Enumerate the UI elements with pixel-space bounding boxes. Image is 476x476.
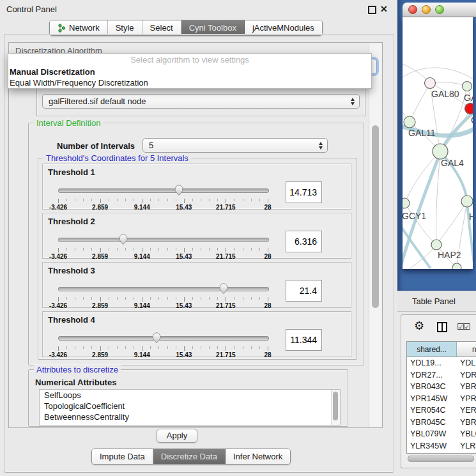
table-cell[interactable]: YDL1: [457, 358, 476, 367]
tab-infer-network[interactable]: Infer Network: [226, 449, 290, 464]
attribute-list-item[interactable]: SelfLoops: [40, 390, 340, 401]
node-gal4[interactable]: [433, 144, 448, 159]
table-cell[interactable]: YPR145W: [407, 394, 457, 403]
thin-edge[interactable]: [410, 83, 430, 122]
table-cell[interactable]: YLR3: [457, 441, 476, 450]
table-cell[interactable]: YBL0: [457, 429, 476, 438]
table-cell[interactable]: YDL19...: [407, 358, 457, 367]
list-scrollbar[interactable]: [331, 390, 340, 425]
float-window-icon[interactable]: [368, 6, 376, 14]
table-row[interactable]: YDR27...YDR2: [407, 369, 476, 381]
node-gal11[interactable]: [404, 116, 415, 128]
slider-thumb-icon[interactable]: [219, 282, 229, 295]
tick-mark: [268, 199, 268, 203]
threshold-value-field[interactable]: [286, 329, 322, 351]
tab-select[interactable]: Select: [142, 20, 181, 35]
tick-mark: [234, 297, 235, 300]
node-label: GCY1: [403, 211, 426, 221]
split-columns-icon[interactable]: [437, 322, 447, 332]
slider-track[interactable]: [58, 188, 269, 193]
tick-mark: [125, 346, 126, 349]
column-header-name[interactable]: name: [457, 342, 476, 357]
dropdown-option-equal-width[interactable]: Equal Width/Frequency Discretization: [8, 77, 371, 88]
table-cell[interactable]: YBR043C: [407, 382, 457, 391]
slider-thumb-icon[interactable]: [151, 332, 162, 344]
column-header-shared-name[interactable]: shared...: [407, 342, 457, 357]
threshold-slider[interactable]: -3.4262.8599.14415.4321.71528: [58, 233, 269, 257]
settings-scrollbar[interactable]: [369, 43, 381, 427]
slider-track[interactable]: [58, 287, 269, 291]
table-cell[interactable]: YDR2: [457, 371, 476, 380]
tick-mark: [134, 199, 134, 201]
tick-mark: [150, 199, 151, 201]
table-cell[interactable]: YBR0: [457, 418, 476, 427]
table-row[interactable]: YER054CYER0: [407, 404, 476, 417]
slider-track[interactable]: [58, 336, 269, 341]
node-h[interactable]: [461, 196, 473, 207]
tick-mark: [201, 346, 201, 349]
table-cell[interactable]: YBL079W: [407, 429, 457, 438]
attribute-list-item[interactable]: BetweennessCentrality: [40, 411, 340, 422]
node-hap2[interactable]: [431, 240, 441, 250]
node-gcy1[interactable]: [403, 198, 410, 208]
attribute-list-item[interactable]: TopologicalCoefficient: [40, 401, 340, 411]
gear-icon[interactable]: ⚙: [414, 319, 424, 332]
table-cell[interactable]: YBR0: [457, 382, 476, 391]
apply-button[interactable]: Apply: [157, 429, 197, 443]
scrollbar-thumb[interactable]: [408, 456, 474, 462]
threshold-value-field[interactable]: [286, 181, 322, 203]
threshold-slider[interactable]: -3.4262.8599.14415.4321.71528: [58, 282, 269, 306]
node-red[interactable]: [465, 104, 473, 114]
numerical-attributes-list[interactable]: SelfLoopsTopologicalCoefficientBetweenne…: [39, 389, 341, 426]
mac-minimize-button[interactable]: [422, 5, 431, 14]
node-gal80[interactable]: [425, 78, 436, 89]
slider-track[interactable]: [58, 238, 269, 242]
threshold-slider[interactable]: -3.4262.8599.14415.4321.71528: [58, 331, 269, 355]
tab-discretize-data[interactable]: Discretize Data: [153, 449, 226, 464]
node-table[interactable]: shared... name YDL19...YDL1YDR27...YDR2Y…: [406, 341, 476, 454]
tab-impute-data[interactable]: Impute Data: [92, 449, 153, 464]
table-row[interactable]: YBR043CYBR0: [407, 381, 476, 393]
threshold-value-field[interactable]: [286, 231, 322, 252]
table-cell[interactable]: YIL0: [457, 453, 476, 454]
table-cell[interactable]: YLR345W: [407, 441, 457, 450]
table-row[interactable]: YLR345WYLR3: [407, 440, 476, 452]
node-top-right[interactable]: [463, 82, 472, 91]
table-cell[interactable]: YDR27...: [407, 371, 457, 380]
slider-thumb-icon[interactable]: [174, 184, 184, 196]
table-horizontal-scrollbar[interactable]: [407, 455, 476, 462]
table-row[interactable]: YBL079WYBL0: [407, 428, 476, 440]
slider-thumb-icon[interactable]: [118, 233, 128, 245]
threshold-slider[interactable]: -3.4262.8599.14415.4321.71528: [58, 183, 269, 208]
table-row[interactable]: YIL052CYIL0: [407, 452, 476, 454]
network-canvas[interactable]: GAL80GACGAL11GAL4GCY1HHAP2: [403, 17, 473, 269]
dropdown-option-manual[interactable]: Manual Discretization: [8, 66, 371, 77]
tab-jactivemnodules[interactable]: jActiveMNodules: [245, 20, 322, 35]
table-cell[interactable]: YER054C: [407, 406, 457, 415]
tick-mark: [201, 297, 201, 300]
table-row[interactable]: YDL19...YDL1: [407, 357, 476, 369]
table-row[interactable]: YPR145WYPR1: [407, 393, 476, 405]
table-data-combobox[interactable]: galFiltered.sif default node: [42, 94, 360, 109]
scrollbar-thumb[interactable]: [372, 125, 379, 308]
tab-network[interactable]: Network: [50, 20, 108, 35]
tick-mark: [251, 248, 252, 250]
table-cell[interactable]: YPR1: [457, 394, 476, 403]
mac-zoom-button[interactable]: [435, 5, 444, 14]
threshold-value-field[interactable]: [286, 280, 322, 302]
tab-style[interactable]: Style: [108, 20, 142, 35]
node-bottom[interactable]: [452, 263, 461, 269]
checkbox-icons[interactable]: ☑☑: [457, 322, 469, 332]
thin-edge[interactable]: [436, 201, 467, 245]
number-of-intervals-value: 5: [149, 141, 153, 150]
table-row[interactable]: YBR045CYBR0: [407, 417, 476, 429]
network-window-titlebar[interactable]: [403, 3, 476, 17]
table-cell[interactable]: YER0: [457, 406, 476, 415]
number-of-intervals-combobox[interactable]: 5: [142, 138, 328, 153]
table-cell[interactable]: YBR045C: [407, 418, 457, 427]
mac-close-button[interactable]: [408, 5, 417, 14]
close-icon[interactable]: ✕: [380, 4, 388, 14]
tab-cyni-toolbox[interactable]: Cyni Toolbox: [181, 20, 245, 35]
table-cell[interactable]: YIL052C: [407, 453, 457, 454]
scrollbar-thumb[interactable]: [333, 392, 338, 420]
